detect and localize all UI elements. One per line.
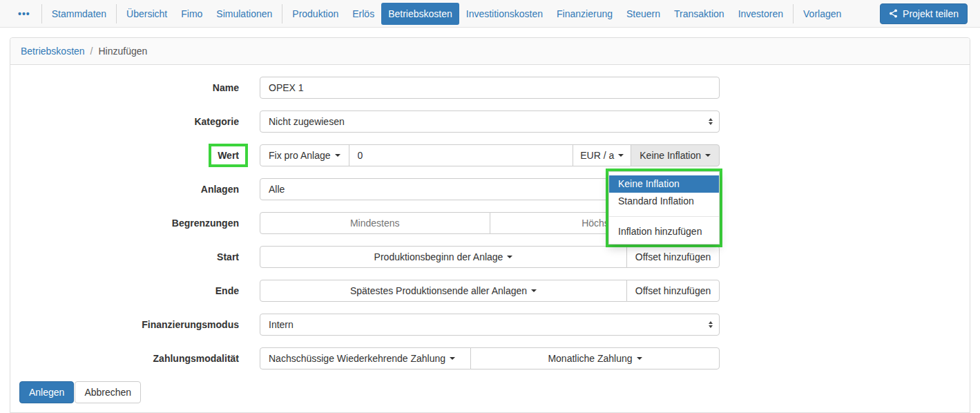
- more-menu-button[interactable]: •••: [10, 4, 39, 23]
- select-stepper-icon: [709, 118, 713, 125]
- nav-divider: [282, 4, 282, 23]
- kategorie-select[interactable]: Nicht zugewiesen: [260, 111, 720, 133]
- form-row-anlagen: Anlagen Alle: [10, 178, 970, 200]
- finanzierungsmodus-select[interactable]: Intern: [260, 314, 720, 336]
- inflation-dropdown-button[interactable]: Keine Inflation: [631, 144, 720, 166]
- form-row-wert: Wert Fix pro Anlage EUR / a Keine Inflat…: [10, 144, 970, 166]
- nav-item-investitionskosten[interactable]: Investitionskosten: [459, 3, 550, 25]
- nav-item-produktion[interactable]: Produktion: [285, 3, 345, 25]
- caret-down-icon: [507, 256, 512, 258]
- form-row-start: Start Produktionsbeginn der Anlage Offse…: [10, 246, 970, 268]
- nav-item-fimo[interactable]: Fimo: [174, 3, 209, 25]
- nav-item-vorlagen[interactable]: Vorlagen: [796, 3, 848, 25]
- wert-input-group: Fix pro Anlage EUR / a Keine Inflation: [260, 144, 720, 166]
- kategorie-label: Kategorie: [10, 111, 239, 133]
- zahlungsmodalitaet-label: Zahlungsmodalität: [10, 347, 239, 369]
- form-row-zahlungsmodalitaet: Zahlungsmodalität Nachschüssige Wiederke…: [10, 347, 970, 369]
- nav-item-simulationen[interactable]: Simulationen: [209, 3, 279, 25]
- mindestens-input[interactable]: [260, 212, 490, 234]
- wert-highlight-box: Wert: [209, 144, 248, 167]
- nav-divider: [116, 4, 117, 23]
- caret-down-icon: [335, 154, 340, 157]
- menu-item-inflation-hinzufuegen[interactable]: Inflation hinzufügen: [609, 223, 719, 240]
- ende-label: Ende: [10, 280, 239, 302]
- wert-type-dropdown-button[interactable]: Fix pro Anlage: [260, 144, 349, 166]
- content-panel: Betriebskosten / Hinzufügen Name Kategor…: [10, 37, 970, 413]
- anlagen-selected-value: Alle: [269, 184, 285, 195]
- start-dropdown-button[interactable]: Produktionsbeginn der Anlage: [260, 246, 627, 268]
- opex-add-form: Name Kategorie Nicht zugewiesen Wert: [10, 65, 970, 403]
- share-button-label: Projekt teilen: [903, 8, 959, 19]
- caret-down-icon: [450, 357, 455, 360]
- nav-item-erloes[interactable]: Erlös: [345, 3, 381, 25]
- anlagen-label: Anlagen: [10, 178, 239, 200]
- wert-value-input[interactable]: [349, 144, 574, 166]
- top-navbar: ••• Stammdaten Übersicht Fimo Simulation…: [0, 0, 980, 28]
- breadcrumb-current: Hinzufügen: [99, 46, 148, 57]
- breadcrumb: Betriebskosten / Hinzufügen: [10, 38, 970, 65]
- kategorie-selected-value: Nicht zugewiesen: [269, 116, 345, 127]
- caret-down-icon: [637, 357, 642, 360]
- inflation-menu-highlight-box: Keine Inflation Standard Inflation Infla…: [606, 169, 722, 247]
- form-actions: Anlegen Abbrechen: [19, 381, 970, 403]
- ende-dropdown-button[interactable]: Spätestes Produktionsende aller Anlagen: [260, 280, 627, 302]
- start-label: Start: [10, 246, 239, 268]
- breadcrumb-link-betriebskosten[interactable]: Betriebskosten: [21, 46, 85, 57]
- wert-label-cell: Wert: [10, 144, 239, 167]
- zahlungsmodalitaet-button-group: Nachschüssige Wiederkehrende Zahlung Mon…: [260, 347, 720, 369]
- zahlungsintervall-dropdown-button[interactable]: Monatliche Zahlung: [470, 347, 720, 369]
- nav-item-transaktion[interactable]: Transaktion: [667, 3, 731, 25]
- menu-divider: [609, 216, 719, 217]
- nav-item-betriebskosten-active[interactable]: Betriebskosten: [381, 3, 459, 25]
- wert-unit-dropdown-button[interactable]: EUR / a: [573, 144, 631, 166]
- form-row-begrenzungen: Begrenzungen: [10, 212, 970, 234]
- nav-item-uebersicht[interactable]: Übersicht: [119, 3, 174, 25]
- finanzierungsmodus-selected-value: Intern: [269, 319, 294, 330]
- breadcrumb-separator: /: [90, 46, 93, 57]
- name-label: Name: [10, 77, 239, 99]
- nav-divider: [41, 4, 42, 23]
- caret-down-icon: [531, 289, 537, 292]
- nav-item-stammdaten[interactable]: Stammdaten: [45, 3, 113, 25]
- form-row-name: Name: [10, 77, 970, 99]
- abbrechen-button[interactable]: Abbrechen: [75, 381, 141, 403]
- caret-down-icon: [705, 154, 711, 157]
- start-offset-button[interactable]: Offset hinzufügen: [626, 246, 720, 268]
- start-button-group: Produktionsbeginn der Anlage Offset hinz…: [260, 246, 720, 268]
- form-row-finanzierungsmodus: Finanzierungsmodus Intern: [10, 314, 970, 336]
- ende-button-group: Spätestes Produktionsende aller Anlagen …: [260, 280, 720, 302]
- form-row-kategorie: Kategorie Nicht zugewiesen: [10, 111, 970, 133]
- finanzierungsmodus-label: Finanzierungsmodus: [10, 314, 239, 336]
- form-row-ende: Ende Spätestes Produktionsende aller Anl…: [10, 280, 970, 302]
- wert-label: Wert: [218, 150, 239, 161]
- ellipsis-icon: •••: [18, 8, 30, 19]
- begrenzungen-label: Begrenzungen: [10, 212, 239, 234]
- inflation-dropdown-menu: Keine Inflation Standard Inflation Infla…: [608, 171, 720, 244]
- zahlungsmodus-dropdown-button[interactable]: Nachschüssige Wiederkehrende Zahlung: [260, 347, 471, 369]
- nav-item-finanzierung[interactable]: Finanzierung: [550, 3, 619, 25]
- menu-item-keine-inflation[interactable]: Keine Inflation: [609, 175, 719, 193]
- share-icon: [889, 9, 898, 18]
- anlegen-button[interactable]: Anlegen: [19, 381, 74, 403]
- ende-offset-button[interactable]: Offset hinzufügen: [626, 280, 720, 302]
- share-project-button[interactable]: Projekt teilen: [880, 3, 968, 24]
- caret-down-icon: [618, 154, 624, 157]
- nav-item-steuern[interactable]: Steuern: [619, 3, 667, 25]
- name-input[interactable]: [260, 77, 720, 99]
- select-stepper-icon: [709, 321, 713, 328]
- nav-divider: [793, 4, 794, 23]
- nav-item-investoren[interactable]: Investoren: [731, 3, 790, 25]
- menu-item-standard-inflation[interactable]: Standard Inflation: [609, 193, 719, 210]
